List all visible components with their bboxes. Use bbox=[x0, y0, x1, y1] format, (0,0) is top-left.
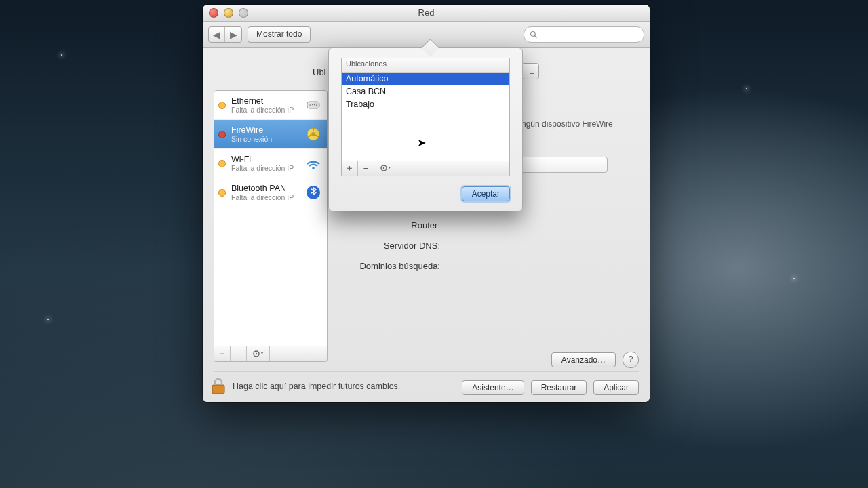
location-item[interactable]: Automático bbox=[342, 73, 509, 85]
svg-point-9 bbox=[312, 167, 315, 169]
service-name: FireWire bbox=[231, 125, 304, 135]
dns-label: Servidor DNS: bbox=[345, 241, 440, 251]
locations-header: Ubicaciones bbox=[342, 58, 509, 73]
service-status: Sin conexión bbox=[231, 135, 304, 143]
search-input[interactable] bbox=[524, 26, 644, 43]
locations-footer: ＋ − bbox=[341, 161, 510, 176]
service-name: Wi-Fi bbox=[231, 155, 304, 164]
nav-back-forward: ◀ ▶ bbox=[208, 26, 242, 43]
show-all-button[interactable]: Mostrar todo bbox=[248, 26, 311, 43]
divider bbox=[214, 371, 639, 372]
service-list: Ethernet Falta la dirección IP ‹··› Fire… bbox=[214, 90, 328, 348]
search-icon bbox=[530, 30, 538, 39]
location-item[interactable]: Trabajo bbox=[342, 98, 509, 111]
lock-row[interactable]: Haga clic aquí para impedir futuros camb… bbox=[211, 378, 400, 395]
restore-button[interactable]: Restaurar bbox=[531, 380, 587, 395]
svg-point-0 bbox=[531, 32, 536, 37]
desktop-background: Red ◀ ▶ Mostrar todo Ubi bbox=[0, 0, 868, 488]
apply-button[interactable]: Aplicar bbox=[593, 380, 639, 395]
location-item[interactable]: Casa BCN bbox=[342, 85, 509, 98]
status-dot-icon bbox=[218, 189, 226, 197]
service-status: Falta la dirección IP bbox=[231, 106, 304, 114]
bottom-button-row: Asistente… Restaurar Aplicar bbox=[462, 380, 639, 395]
forward-button[interactable]: ▶ bbox=[225, 27, 241, 42]
svg-point-5 bbox=[311, 132, 315, 136]
window-controls bbox=[209, 8, 248, 18]
bluetooth-icon bbox=[304, 183, 323, 202]
service-bluetooth[interactable]: Bluetooth PAN Falta la dirección IP bbox=[214, 178, 327, 207]
gear-icon bbox=[252, 349, 264, 359]
svg-point-12 bbox=[255, 353, 256, 354]
service-wifi[interactable]: Wi-Fi Falta la dirección IP bbox=[214, 149, 327, 178]
help-button[interactable]: ? bbox=[623, 352, 639, 368]
svg-rect-13 bbox=[212, 385, 224, 394]
service-list-footer: ＋ − bbox=[214, 346, 328, 362]
svg-text:‹··›: ‹··› bbox=[309, 101, 317, 108]
svg-point-15 bbox=[382, 167, 384, 169]
service-firewire[interactable]: FireWire Sin conexión bbox=[214, 120, 327, 149]
remove-location-button[interactable]: − bbox=[358, 161, 374, 176]
firewire-status-fragment: ngún dispositivo FireWire bbox=[521, 119, 613, 129]
svg-line-1 bbox=[535, 36, 537, 38]
service-ethernet[interactable]: Ethernet Falta la dirección IP ‹··› bbox=[214, 91, 327, 120]
back-button[interactable]: ◀ bbox=[209, 27, 225, 42]
status-dot-icon bbox=[218, 131, 226, 138]
gear-icon bbox=[380, 163, 392, 173]
service-actions-button[interactable] bbox=[247, 346, 270, 361]
lock-icon bbox=[211, 378, 226, 395]
minimize-icon[interactable] bbox=[224, 8, 233, 18]
titlebar[interactable]: Red bbox=[203, 5, 650, 22]
service-name: Bluetooth PAN bbox=[231, 184, 304, 193]
firewire-icon bbox=[304, 125, 323, 144]
status-dot-icon bbox=[218, 102, 226, 109]
add-location-button[interactable]: ＋ bbox=[342, 161, 358, 176]
close-icon[interactable] bbox=[209, 8, 218, 18]
service-status: Falta la dirección IP bbox=[231, 193, 304, 201]
ethernet-icon: ‹··› bbox=[304, 96, 323, 115]
location-dropdown[interactable] bbox=[521, 63, 539, 79]
search-domains-label: Dominios búsqueda: bbox=[325, 261, 440, 271]
location-label: Ubi bbox=[313, 67, 326, 77]
assistant-button[interactable]: Asistente… bbox=[462, 380, 524, 395]
add-service-button[interactable]: ＋ bbox=[214, 346, 231, 361]
router-label: Router: bbox=[359, 220, 440, 230]
service-status: Falta la dirección IP bbox=[231, 164, 304, 172]
mouse-cursor-icon: ➤ bbox=[417, 136, 426, 149]
zoom-icon[interactable] bbox=[239, 8, 248, 18]
wifi-icon bbox=[304, 154, 323, 173]
window-title: Red bbox=[418, 7, 435, 18]
service-name: Ethernet bbox=[231, 96, 304, 106]
advanced-button[interactable]: Avanzado… bbox=[551, 352, 616, 367]
lock-text: Haga clic aquí para impedir futuros camb… bbox=[233, 382, 400, 391]
remove-service-button[interactable]: − bbox=[231, 346, 247, 361]
location-actions-button[interactable] bbox=[374, 161, 397, 176]
status-dot-icon bbox=[218, 160, 226, 167]
locations-popover: Ubicaciones Automático Casa BCN Trabajo … bbox=[328, 47, 523, 211]
accept-button[interactable]: Aceptar bbox=[462, 186, 510, 201]
